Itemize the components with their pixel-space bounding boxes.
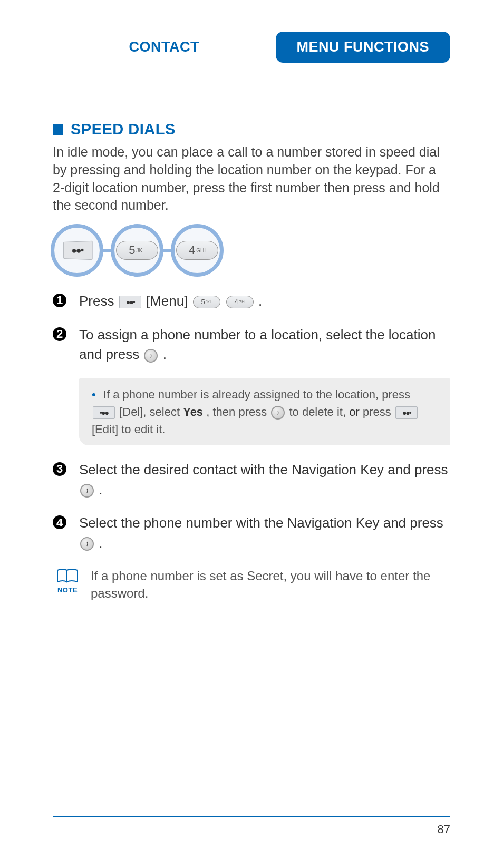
keypad-key-4: 4GHI bbox=[171, 224, 224, 277]
section-heading: SPEED DIALS bbox=[53, 121, 450, 138]
bullet-icon: • bbox=[92, 388, 96, 401]
step-4-body: Select the phone number with the Navigat… bbox=[79, 513, 450, 553]
footer-divider bbox=[53, 816, 450, 817]
key-4-icon: 4GHI bbox=[226, 296, 254, 308]
ok-key-icon bbox=[271, 406, 285, 420]
step-4: 4 Select the phone number with the Navig… bbox=[53, 513, 450, 553]
step-number-icon: 3 bbox=[53, 462, 66, 476]
section-bullet-icon bbox=[53, 124, 63, 135]
key-4-icon: 4GHI bbox=[176, 241, 218, 260]
step-3-body: Select the desired contact with the Navi… bbox=[79, 460, 450, 500]
step-number-icon: 1 bbox=[53, 294, 66, 307]
step-1: 1 Press ●●• [Menu] 5JKL 4GHI . bbox=[53, 291, 450, 311]
ok-key-icon bbox=[80, 484, 94, 498]
note-label: NOTE bbox=[53, 586, 82, 594]
keypad-connector-icon bbox=[163, 249, 171, 252]
edit-softkey-icon: ●●• bbox=[395, 406, 418, 419]
page-number: 87 bbox=[53, 823, 450, 836]
header-chapter-badge: MENU FUNCTIONS bbox=[276, 32, 451, 63]
ok-key-icon bbox=[144, 349, 158, 363]
keypad-illustration: ●●• 5JKL 4GHI bbox=[51, 224, 450, 277]
key-5-icon: 5JKL bbox=[193, 296, 220, 308]
keypad-key-menu: ●●• bbox=[51, 224, 103, 277]
page-header: CONTACT MENU FUNCTIONS bbox=[53, 32, 450, 63]
key-5-icon: 5JKL bbox=[116, 241, 158, 260]
section-intro: In idle mode, you can place a call to a … bbox=[53, 143, 450, 214]
sub-note: • If a phone number is already assigned … bbox=[79, 378, 450, 445]
step-number-icon: 2 bbox=[53, 327, 66, 341]
keypad-connector-icon bbox=[103, 249, 111, 252]
note-block: NOTE If a phone number is set as Secret,… bbox=[53, 567, 450, 602]
del-softkey-icon: •●● bbox=[93, 406, 115, 419]
step-1-body: Press ●●• [Menu] 5JKL 4GHI . bbox=[79, 291, 450, 311]
header-category: CONTACT bbox=[53, 39, 276, 55]
note-book-icon bbox=[55, 567, 80, 584]
menu-softkey-icon: ●●• bbox=[119, 296, 141, 308]
page-footer: 87 bbox=[53, 816, 450, 836]
menu-softkey-icon: ●●• bbox=[63, 241, 93, 260]
keypad-key-5: 5JKL bbox=[111, 224, 163, 277]
ok-key-icon bbox=[80, 537, 94, 551]
step-2-body: To assign a phone number to a location, … bbox=[79, 325, 450, 365]
step-2: 2 To assign a phone number to a location… bbox=[53, 325, 450, 365]
step-number-icon: 4 bbox=[53, 515, 66, 529]
note-icon-wrap: NOTE bbox=[53, 567, 82, 594]
section-title: SPEED DIALS bbox=[71, 121, 176, 138]
note-text: If a phone number is set as Secret, you … bbox=[91, 567, 450, 602]
step-3: 3 Select the desired contact with the Na… bbox=[53, 460, 450, 500]
